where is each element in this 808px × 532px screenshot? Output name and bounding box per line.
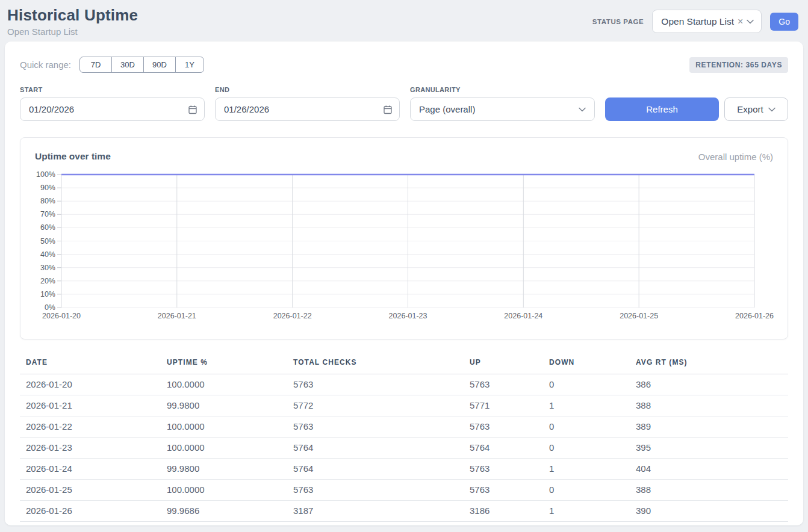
chart-title: Uptime over time [35,151,111,162]
table-cell: 2026-01-23 [20,438,167,459]
column-header: DOWN [549,354,636,374]
table-cell: 100.0000 [167,480,293,501]
plot-area: 2026-01-202026-01-212026-01-222026-01-23… [61,175,754,308]
table-body: 2026-01-20100.00005763576303862026-01-21… [20,374,788,522]
quick-range-label: Quick range: [20,60,71,70]
table-cell: 0 [549,438,636,459]
table-cell: 1 [549,395,636,416]
table-row: 2026-01-2199.9800577257711388 [20,395,788,416]
table-cell: 2026-01-21 [20,395,167,416]
quick-range-1y[interactable]: 1Y [175,57,204,73]
table-row: 2026-01-2699.9686318731861390 [20,501,788,522]
y-tick-label: 90% [40,184,55,192]
table-cell: 5764 [293,459,470,480]
table-cell: 100.0000 [167,374,293,395]
table-cell: 5763 [293,416,470,438]
x-tick-label: 2026-01-25 [620,312,658,320]
granularity-select[interactable]: Page (overall) [410,97,595,121]
calendar-icon[interactable] [188,105,197,114]
table-row: 2026-01-2499.9800576457631404 [20,459,788,480]
export-button-label: Export [737,104,763,114]
chevron-down-icon [747,19,754,24]
table-cell: 5772 [293,395,470,416]
table-cell: 5763 [470,480,549,501]
y-tick-label: 60% [40,223,55,232]
table-cell: 1 [549,459,636,480]
start-date-field: START [20,86,205,121]
page-subtitle: Open Startup List [7,26,138,37]
table-cell: 3186 [470,501,549,522]
y-tick-label: 100% [36,170,55,179]
start-date-input[interactable] [20,97,205,121]
table-cell: 2026-01-20 [20,374,167,395]
table-cell: 5764 [470,438,549,459]
table-cell: 99.9800 [167,459,293,480]
table-cell: 99.9800 [167,395,293,416]
y-tick-label: 20% [40,277,55,285]
clear-icon[interactable]: × [738,17,743,26]
top-header: Historical Uptime Open Startup List STAT… [0,0,808,42]
table-cell: 2026-01-22 [20,416,167,438]
header-controls: STATUS PAGE Open Startup List × Go [592,10,798,33]
status-page-label: STATUS PAGE [592,18,644,25]
table-cell: 5763 [293,374,470,395]
table-cell: 0 [549,416,636,438]
column-header: UPTIME % [167,354,293,374]
granularity-field: GRANULARITY Page (overall) [410,86,595,121]
quick-range-90d[interactable]: 90D [143,57,176,73]
x-tick-label: 2026-01-23 [389,312,427,320]
table-cell: 389 [636,416,788,438]
main-card: Quick range: 7D30D90D1Y RETENTION: 365 D… [5,42,803,525]
status-page-select[interactable]: Open Startup List × [652,10,762,33]
y-tick-label: 10% [40,290,55,298]
table-cell: 100.0000 [167,438,293,459]
table-cell: 388 [636,395,788,416]
table-row: 2026-01-25100.0000576357630388 [20,480,788,501]
calendar-icon[interactable] [383,105,393,114]
table-cell: 5763 [470,374,549,395]
go-button[interactable]: Go [770,13,798,31]
table-header-row: DATEUPTIME %TOTAL CHECKSUPDOWNAVG RT (MS… [20,354,788,374]
x-tick-label: 2026-01-22 [273,312,312,320]
x-tick-label: 2026-01-24 [504,312,542,320]
uptime-line-chart [61,175,754,308]
table-row: 2026-01-23100.0000576457640395 [20,438,788,459]
table-cell: 2026-01-24 [20,459,167,480]
granularity-label: GRANULARITY [410,86,595,93]
end-date-input[interactable] [215,97,400,121]
refresh-button[interactable]: Refresh [605,97,719,121]
end-date-label: END [215,86,400,93]
status-page-selected-value: Open Startup List [661,16,734,27]
y-tick-label: 80% [40,197,55,205]
uptime-table: DATEUPTIME %TOTAL CHECKSUPDOWNAVG RT (MS… [20,354,788,522]
quick-range-group: 7D30D90D1Y [79,57,204,73]
table-row: 2026-01-22100.0000576357630389 [20,416,788,438]
table-cell: 390 [636,501,788,522]
retention-badge: RETENTION: 365 DAYS [689,57,788,73]
quick-range-row: Quick range: 7D30D90D1Y RETENTION: 365 D… [20,57,788,73]
table-cell: 0 [549,480,636,501]
table-cell: 2026-01-25 [20,480,167,501]
table-cell: 5763 [470,416,549,438]
uptime-chart-card: Uptime over time Overall uptime (%) 100%… [20,137,788,339]
y-tick-label: 0% [45,303,55,312]
granularity-selected-value: Page (overall) [419,104,475,114]
column-header: AVG RT (MS) [636,354,788,374]
export-button[interactable]: Export [724,97,788,121]
end-date-field: END [215,86,400,121]
column-header: DATE [20,354,167,374]
y-tick-label: 30% [40,264,55,272]
quick-range-30d[interactable]: 30D [111,57,144,73]
page-title: Historical Uptime [7,6,138,25]
table-cell: 100.0000 [167,416,293,438]
table-cell: 5763 [293,480,470,501]
x-tick-label: 2026-01-21 [158,312,196,320]
table-cell: 5763 [470,459,549,480]
chart-legend: Overall uptime (%) [698,152,773,162]
table-row: 2026-01-20100.0000576357630386 [20,374,788,395]
table-cell: 395 [636,438,788,459]
y-tick-label: 50% [40,237,55,246]
quick-range-7d[interactable]: 7D [79,57,112,73]
chevron-down-icon [768,107,775,112]
table-cell: 388 [636,480,788,501]
